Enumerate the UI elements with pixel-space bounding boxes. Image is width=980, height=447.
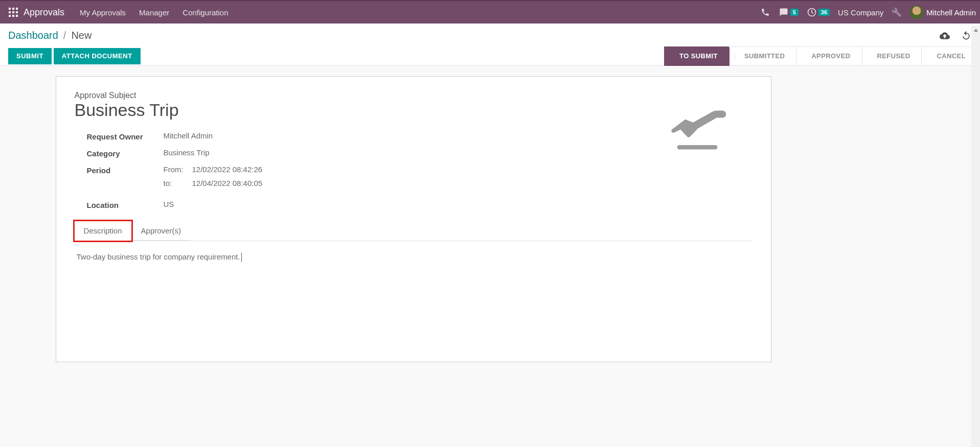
breadcrumb-dashboard[interactable]: Dashboard — [8, 30, 58, 41]
description-text: Two-day business trip for company requir… — [77, 252, 240, 261]
status-to-submit[interactable]: TO SUBMIT — [664, 46, 729, 66]
form-sheet: Approval Subject Business Trip Request O… — [56, 76, 771, 362]
plane-departure-icon — [667, 106, 728, 152]
debug-icon[interactable] — [892, 7, 902, 17]
status-approved[interactable]: APPROVED — [796, 46, 861, 66]
subject-label: Approval Subject — [75, 91, 753, 100]
label-period-to: to: — [164, 179, 192, 187]
row-location: Location US — [75, 200, 753, 209]
label-category: Category — [87, 148, 164, 158]
voice-icon[interactable] — [760, 8, 770, 17]
tab-description[interactable]: Description — [74, 221, 132, 241]
nav-my-approvals[interactable]: My Approvals — [80, 8, 126, 17]
company-selector[interactable]: US Company — [838, 8, 883, 17]
svg-rect-2 — [16, 8, 18, 10]
label-period: Period — [87, 165, 164, 175]
label-location: Location — [87, 200, 164, 209]
svg-rect-5 — [16, 11, 18, 13]
value-category[interactable]: Business Trip — [164, 148, 210, 157]
svg-rect-3 — [9, 11, 11, 13]
attach-document-button[interactable]: Attach Document — [54, 48, 141, 64]
status-submitted[interactable]: SUBMITTED — [729, 46, 796, 66]
nav-configuration[interactable]: Configuration — [183, 8, 228, 17]
nav-manager[interactable]: Manager — [139, 8, 169, 17]
svg-rect-8 — [16, 15, 18, 17]
scroll-up-icon[interactable] — [971, 26, 980, 34]
status-steps: TO SUBMIT SUBMITTED APPROVED REFUSED CAN… — [664, 46, 980, 66]
discard-icon[interactable] — [961, 31, 972, 41]
breadcrumb-bar: Dashboard / New — [0, 23, 980, 46]
messages-icon[interactable]: 5 — [779, 8, 799, 17]
messages-badge: 5 — [790, 9, 799, 16]
svg-rect-4 — [12, 11, 14, 13]
top-navbar: Approvals My Approvals Manager Configura… — [0, 0, 980, 23]
form-tabs: Description Approver(s) — [74, 221, 753, 241]
cloud-save-icon[interactable] — [939, 31, 950, 41]
breadcrumb-current: New — [71, 30, 92, 41]
svg-rect-6 — [9, 15, 11, 17]
row-request-owner: Request Owner Mitchell Admin — [75, 131, 753, 141]
user-menu[interactable]: Mitchell Admin — [910, 6, 976, 19]
row-category: Category Business Trip — [75, 148, 753, 158]
value-period-to[interactable]: 12/04/2022 08:40:05 — [192, 179, 263, 187]
status-bar: Submit Attach Document TO SUBMIT SUBMITT… — [0, 46, 980, 66]
content-area: Approval Subject Business Trip Request O… — [0, 66, 790, 362]
scrollbar[interactable] — [971, 26, 980, 447]
activities-badge: 36 — [818, 9, 830, 16]
tab-approvers[interactable]: Approver(s) — [131, 221, 191, 241]
subject-value[interactable]: Business Trip — [75, 100, 753, 120]
value-request-owner[interactable]: Mitchell Admin — [164, 131, 213, 140]
value-location[interactable]: US — [164, 200, 174, 208]
submit-button[interactable]: Submit — [8, 48, 52, 64]
svg-rect-7 — [12, 15, 14, 17]
apps-launcher-icon[interactable] — [7, 6, 19, 18]
activities-icon[interactable]: 36 — [807, 7, 830, 17]
status-refused[interactable]: REFUSED — [862, 46, 922, 66]
user-name: Mitchell Admin — [926, 8, 976, 17]
svg-rect-1 — [12, 8, 14, 10]
description-editor[interactable]: Two-day business trip for company requir… — [75, 241, 753, 273]
label-period-from: From: — [164, 165, 192, 174]
text-cursor — [241, 253, 242, 262]
label-request-owner: Request Owner — [87, 131, 164, 141]
breadcrumb-separator: / — [63, 30, 66, 41]
svg-rect-0 — [9, 8, 11, 10]
value-period-from[interactable]: 12/02/2022 08:42:26 — [192, 165, 263, 174]
avatar — [910, 6, 923, 19]
app-title[interactable]: Approvals — [24, 7, 64, 18]
row-period: Period From: 12/02/2022 08:42:26 to: 12/… — [75, 165, 753, 193]
